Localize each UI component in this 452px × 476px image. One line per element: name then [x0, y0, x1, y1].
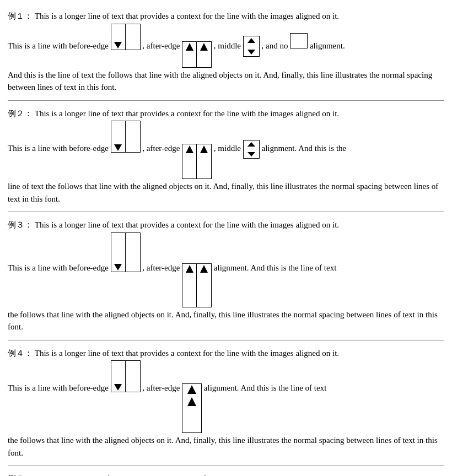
- arrow-down-icon-m: [246, 46, 256, 55]
- arrow-up-cell-6: [182, 384, 201, 432]
- svg-marker-4: [247, 50, 255, 55]
- svg-marker-2: [200, 43, 208, 51]
- section-2: 例２： This is a longer line of text that p…: [8, 103, 444, 213]
- section-4-inline: This is a line with before-edge , after-…: [8, 360, 444, 433]
- section-4: 例４： This is a longer line of text that p…: [8, 343, 444, 467]
- arrow-up-icon: [185, 42, 195, 52]
- updown-cell: [244, 36, 259, 56]
- after-edge-img-2: [182, 144, 212, 179]
- arrow-down-icon-2: [113, 142, 123, 152]
- section-1-followup: And this is the line of text the follows…: [8, 69, 444, 94]
- svg-marker-1: [186, 43, 193, 51]
- no-align-img-1: [290, 33, 308, 48]
- empty-cell-3: [126, 121, 140, 152]
- section-3-label: 例３： This is a longer line of text that p…: [8, 219, 444, 231]
- empty-cell-2: [197, 42, 211, 67]
- svg-marker-10: [114, 264, 122, 271]
- arrow-down-cell: [111, 24, 126, 50]
- empty-cell: [126, 24, 140, 50]
- section-5: 例５： This is a longer line of text that p…: [8, 468, 444, 476]
- arrow-down-icon-3: [113, 262, 123, 272]
- arrow-up-icon-7: [186, 384, 197, 395]
- arrow-up-cell: [182, 42, 197, 67]
- arrow-up-m2: [246, 142, 256, 149]
- arrow-down-cell-2: [111, 121, 126, 152]
- middle-img-1: [243, 36, 260, 57]
- svg-marker-7: [200, 145, 208, 153]
- svg-marker-12: [200, 265, 208, 273]
- section-3-inline: This is a line with before-edge , after-…: [8, 232, 444, 307]
- arrow-up-cell-2: [182, 144, 197, 178]
- arrow-up-icon-m: [246, 37, 256, 46]
- section-2-label: 例２： This is a longer line of text that p…: [8, 107, 444, 120]
- section-1: 例１： This is a longer line of text that p…: [8, 6, 444, 101]
- arrow-down-icon: [113, 40, 123, 50]
- arrow-down-cell-4: [111, 361, 126, 392]
- middle-img-2: [243, 140, 260, 159]
- svg-marker-15: [187, 397, 196, 406]
- arrow-up-cell-3: [197, 144, 211, 178]
- section-1-label: 例１： This is a longer line of text that p…: [8, 10, 444, 23]
- section-4-followup: the follows that line with the aligned o…: [8, 434, 444, 459]
- arrow-up-icon-4: [199, 144, 209, 154]
- after-edge-img-4: [182, 383, 202, 433]
- arrow-down-icon-4: [113, 382, 123, 392]
- section-4-label: 例４： This is a longer line of text that p…: [8, 347, 444, 360]
- before-edge-img-1: [111, 24, 141, 50]
- svg-marker-6: [186, 145, 193, 153]
- arrow-up-icon-5: [185, 264, 195, 274]
- section-3: 例３： This is a longer line of text that p…: [8, 214, 444, 340]
- arrow-up-cell-4: [182, 264, 197, 307]
- svg-marker-5: [114, 144, 122, 151]
- arrow-up-cell-5: [197, 264, 211, 307]
- svg-marker-8: [247, 142, 255, 147]
- section-1-inline: This is a line with before-edge , after-…: [8, 24, 444, 68]
- after-edge-img-3: [182, 263, 212, 307]
- section-3-followup: the follows that line with the aligned o…: [8, 309, 444, 333]
- svg-marker-14: [187, 385, 196, 394]
- arrow-up-icon-3: [185, 144, 195, 154]
- svg-marker-13: [114, 384, 122, 391]
- updown-cell-2: [244, 140, 259, 158]
- after-edge-img-1: [182, 41, 212, 68]
- arrow-up-icon-6: [199, 264, 209, 274]
- arrow-down-m2: [246, 149, 256, 157]
- svg-marker-0: [114, 42, 122, 48]
- svg-marker-9: [247, 152, 255, 156]
- arrow-up-icon-8: [186, 396, 197, 407]
- section-2-inline: This is a line with before-edge , after-…: [8, 121, 444, 179]
- empty-cell-4: [126, 233, 140, 272]
- section-2-followup: line of text the follows that line with …: [8, 180, 444, 205]
- empty-cell-5: [126, 361, 140, 392]
- section-5-label: 例５： This is a longer line of text that p…: [8, 473, 444, 476]
- before-edge-img-2: [111, 121, 141, 153]
- before-edge-img-4: [111, 360, 141, 392]
- svg-marker-11: [186, 265, 193, 273]
- arrow-up-icon-2: [199, 42, 209, 52]
- svg-marker-3: [247, 38, 255, 43]
- arrow-down-cell-3: [111, 233, 126, 272]
- before-edge-img-3: [111, 232, 141, 272]
